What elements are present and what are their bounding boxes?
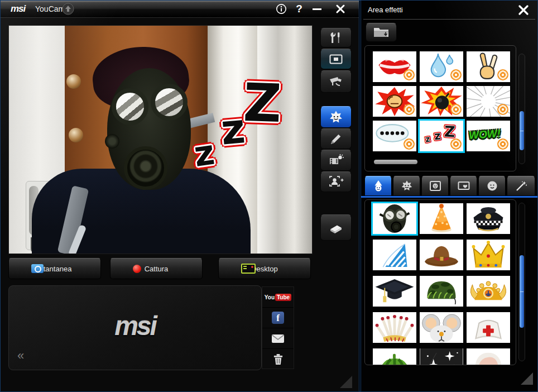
facebook-icon: f [272, 312, 284, 324]
youtube-icon: YouTube [265, 294, 291, 301]
star-tab-icon [401, 180, 413, 192]
youcam-window: msi YouCam ? [0, 0, 359, 392]
effect-thumb-kiss[interactable] [373, 51, 416, 82]
hat-thumb-horned-crown[interactable] [467, 276, 510, 307]
info-icon[interactable] [275, 3, 287, 15]
capture-button[interactable]: Cattura [110, 258, 203, 279]
eraser-button[interactable] [320, 214, 352, 241]
hats-scrollbar-thumb[interactable] [520, 255, 524, 328]
capture-label: Cattura [145, 265, 169, 273]
effect-thumb-drops[interactable] [420, 51, 463, 82]
scene-tab-icon [458, 180, 470, 192]
snapshot-button[interactable]: Istantanea [8, 258, 101, 279]
resize-grip[interactable] [340, 376, 352, 388]
effect-thumb-victory[interactable] [467, 51, 510, 82]
collapse-panel-button[interactable]: « [17, 348, 24, 363]
hats-grid [364, 199, 516, 365]
effect-thumb-zzz-selected[interactable]: z z Z [420, 121, 463, 151]
face-login-icon [328, 175, 344, 189]
upgrade-arrow-icon[interactable] [62, 3, 74, 15]
effect-badge [450, 69, 462, 80]
hat-thumb-police[interactable] [467, 203, 510, 234]
surveillance-button[interactable] [320, 70, 352, 93]
record-icon [133, 265, 141, 273]
face-login-button[interactable] [320, 171, 352, 192]
hat-thumb-cowboy[interactable] [420, 240, 463, 270]
effect-thumb-wow[interactable]: WOW! [467, 121, 510, 151]
effect-badge [404, 104, 415, 115]
side-wall [257, 26, 312, 254]
help-icon[interactable]: ? [293, 3, 305, 15]
effect-badge [497, 138, 508, 150]
app-title: YouCam [35, 4, 65, 13]
tab-hats[interactable] [364, 176, 392, 196]
effects-scrollbar-thumb[interactable] [520, 111, 524, 150]
hat-thumb-headdress[interactable] [373, 312, 416, 343]
settings-button[interactable] [320, 28, 352, 47]
hat-thumb-camo[interactable] [420, 276, 463, 307]
tools-icon [329, 31, 343, 45]
effect-thumb-punch[interactable] [373, 86, 416, 117]
screen: msi YouCam ? [0, 0, 538, 392]
minimize-icon[interactable] [311, 3, 323, 15]
desktop-button[interactable]: Desktop [218, 258, 311, 279]
hats-scrollbar-track[interactable] [518, 203, 525, 361]
hat-thumb-mouse-ears[interactable] [420, 312, 463, 343]
tab-distortions[interactable] [507, 176, 535, 196]
effects-resize-grip[interactable] [521, 372, 533, 385]
effects-button[interactable] [320, 106, 352, 128]
hat-thumb-gasmask-selected[interactable] [373, 203, 416, 234]
effect-badge [404, 69, 415, 80]
draw-button[interactable] [320, 128, 352, 149]
wand-tab-icon [515, 180, 527, 192]
hat-thumb-gradcap[interactable] [373, 276, 416, 307]
tab-frames[interactable] [421, 176, 449, 196]
youtube-button[interactable]: YouTube [262, 287, 294, 308]
hat-thumb-party[interactable] [420, 203, 463, 234]
fullscreen-button[interactable] [320, 49, 352, 69]
door-stud [66, 74, 81, 89]
tab-scenes[interactable] [450, 176, 477, 196]
tab-effects[interactable] [393, 176, 420, 196]
facebook-button[interactable]: f [262, 308, 294, 328]
eraser-icon [329, 221, 343, 235]
share-panel: msi « [8, 285, 262, 370]
effects-scrollbar-track[interactable] [518, 54, 525, 164]
hat-thumb-sparkles[interactable] [420, 348, 463, 365]
hat-thumb-nurse[interactable] [467, 312, 510, 343]
video-effects-button[interactable] [320, 150, 352, 171]
effects-close-icon[interactable] [517, 4, 530, 16]
effect-badge [404, 138, 415, 150]
mask-side-vent [105, 134, 119, 149]
mask-lens-left [112, 88, 148, 125]
tab-avatars[interactable] [478, 176, 506, 196]
frame-tab-icon [429, 180, 441, 192]
mask-lens-right [151, 84, 188, 121]
effect-thumb-flash[interactable] [467, 86, 510, 117]
video-effects-icon [329, 153, 344, 168]
effect-thumb-bomb[interactable] [420, 86, 463, 117]
gas-mask [107, 68, 191, 190]
folder-download-icon [373, 26, 390, 39]
door-stud [69, 128, 83, 142]
email-button[interactable] [262, 328, 294, 349]
hat-thumb-spa-mask[interactable] [467, 348, 510, 365]
trash-button[interactable] [262, 349, 294, 369]
close-icon[interactable] [334, 3, 347, 15]
effects-hscrollbar[interactable] [374, 160, 417, 164]
effects-window: Area effetti [361, 0, 538, 392]
msi-watermark: msi [9, 310, 261, 341]
zzz-overlay-big: Z [242, 77, 282, 130]
hat-thumb-sail[interactable] [373, 240, 416, 270]
import-effects-button[interactable] [366, 23, 397, 42]
hat-thumb-crown[interactable] [467, 240, 510, 270]
titlebar[interactable]: msi YouCam ? [1, 1, 359, 18]
smiley-tab-icon [486, 180, 498, 192]
effect-badge [497, 69, 508, 80]
email-icon [271, 334, 285, 343]
hat-thumb-watermelon[interactable] [373, 348, 416, 365]
effect-thumb-ellipsis[interactable] [373, 121, 416, 151]
desktop-icon [241, 264, 256, 274]
resize-icon [329, 52, 343, 66]
effect-badge [497, 104, 508, 115]
